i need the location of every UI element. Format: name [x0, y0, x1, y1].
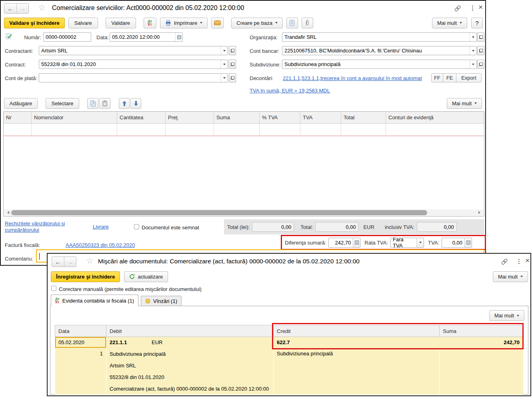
- cont-bancar-input[interactable]: 22510067510, BC'Moldindconbank'S.A. fil.…: [282, 46, 477, 55]
- corectare-manuala-checkbox[interactable]: [51, 286, 56, 291]
- debit-currency-cell[interactable]: EUR: [148, 337, 182, 348]
- column-header-debit[interactable]: Debit: [106, 325, 274, 337]
- scrollbar-thumb[interactable]: [11, 210, 427, 215]
- more-button[interactable]: Mai mult: [493, 271, 528, 282]
- help-button[interactable]: ?: [471, 18, 483, 28]
- paste-row-button[interactable]: [99, 98, 110, 109]
- debit-analytics-cell[interactable]: Artsim SRL: [106, 360, 274, 371]
- tva-input[interactable]: 0,00: [442, 238, 472, 248]
- forward-button[interactable]: →: [64, 257, 76, 267]
- related-documents-button[interactable]: [286, 18, 298, 28]
- forward-button[interactable]: →: [16, 4, 28, 13]
- organizatia-input[interactable]: Trandafir SRL: [282, 32, 477, 42]
- column-header-credit[interactable]: Credit: [274, 325, 440, 337]
- debit-analytics-cell[interactable]: 55232/8 din 01.01.2020: [106, 371, 274, 383]
- column-header-cantitatea[interactable]: Cantitatea: [117, 112, 166, 123]
- move-down-button[interactable]: [130, 98, 141, 109]
- subdiviziune-input[interactable]: Subdiviziunea principală: [282, 60, 477, 69]
- chevron-down-icon[interactable]: [221, 60, 228, 68]
- posting-row[interactable]: 05.02.2020 221.1.1 EUR 622.7 242,70: [55, 337, 523, 348]
- cont-plata-open-button[interactable]: [229, 73, 236, 82]
- data-input[interactable]: 05.02.2020 12:00:00: [110, 32, 183, 42]
- livrare-link[interactable]: Livrare: [93, 224, 109, 230]
- analytics-row[interactable]: 1 Subdiviziunea principală Subdiviziunea…: [55, 348, 523, 360]
- close-icon[interactable]: ×: [478, 4, 483, 10]
- column-header-nr[interactable]: Nr: [4, 112, 32, 123]
- credit-account-cell[interactable]: 622.7: [274, 337, 348, 348]
- empty-row[interactable]: [4, 124, 484, 135]
- close-icon[interactable]: ×: [525, 257, 530, 264]
- save-button[interactable]: Salvare: [68, 18, 98, 28]
- move-up-button[interactable]: [119, 98, 130, 109]
- calculator-icon[interactable]: [353, 238, 360, 247]
- back-button[interactable]: ←: [4, 4, 16, 13]
- suma-empty-cell[interactable]: [440, 348, 523, 395]
- debit-analytics-cell[interactable]: Comercializare (act, factură) 0000-00000…: [106, 383, 274, 395]
- send-email-button[interactable]: [211, 18, 224, 28]
- column-header-pret[interactable]: Preţ: [166, 112, 214, 123]
- select-rows-button[interactable]: Selectare: [46, 98, 79, 109]
- column-header-nomenclator[interactable]: Nomenclator: [32, 112, 117, 123]
- credit-empty-cell[interactable]: [387, 337, 440, 348]
- rechizite-link[interactable]: Rechizitele vânzătorului si cumpărătorul…: [5, 221, 72, 233]
- tva-suma-link[interactable]: TVA în sumă, EUR = 19,2563 MDL: [250, 88, 330, 94]
- rata-tva-select[interactable]: Fara TVA: [390, 238, 424, 248]
- column-header-conturi[interactable]: Conturi de evidenţă: [386, 112, 484, 123]
- copy-row-button[interactable]: [87, 98, 98, 109]
- debit-empty-cell[interactable]: [182, 337, 274, 348]
- register-and-close-button[interactable]: Înregistrare şi închidere: [51, 271, 120, 282]
- scroll-right-icon[interactable]: [478, 211, 480, 214]
- cont-plata-input[interactable]: [39, 73, 228, 82]
- validate-button[interactable]: Validare: [106, 18, 136, 28]
- calculator-icon[interactable]: [464, 238, 472, 247]
- chevron-down-icon[interactable]: [416, 238, 424, 247]
- tab-evidenta-contabila[interactable]: ДтКт Evidenta contabila si fiscala (1): [51, 295, 138, 306]
- credit-analytics-cell[interactable]: Subdiviziunea principală: [274, 348, 440, 395]
- kebab-menu-icon[interactable]: ⋮: [516, 258, 522, 265]
- panel-more-button[interactable]: Mai mult: [489, 310, 524, 321]
- document-semnat-checkbox[interactable]: [134, 224, 139, 229]
- chevron-down-icon[interactable]: [470, 60, 476, 68]
- credit-empty-cell[interactable]: [348, 337, 387, 348]
- favorite-star-icon[interactable]: ☆: [38, 4, 46, 12]
- chevron-down-icon[interactable]: [221, 74, 228, 82]
- column-header-suma[interactable]: Suma: [214, 112, 260, 123]
- organizatia-open-button[interactable]: [477, 32, 484, 42]
- contract-open-button[interactable]: [229, 60, 236, 69]
- dt-kt-postings-button[interactable]: ДтКт: [144, 18, 156, 28]
- create-based-on-button[interactable]: Creare pe baza: [231, 18, 283, 28]
- export-button[interactable]: Export: [456, 73, 482, 82]
- more-button[interactable]: Mai mult: [432, 18, 467, 28]
- chevron-down-icon[interactable]: [470, 33, 476, 41]
- decontari-link[interactable]: 221.1.1,523.1.1,trecerea în cont a avans…: [283, 75, 422, 81]
- calendar-icon[interactable]: [175, 33, 182, 41]
- back-button[interactable]: ←: [52, 257, 64, 267]
- items-more-button[interactable]: Mai mult: [447, 98, 482, 109]
- add-row-button[interactable]: Adăugare: [4, 98, 38, 109]
- posting-date-cell[interactable]: 05.02.2020: [55, 337, 106, 348]
- chevron-down-icon[interactable]: [470, 46, 476, 55]
- ff-button[interactable]: FF: [431, 73, 443, 82]
- subdiviziune-open-button[interactable]: [477, 60, 484, 69]
- favorite-star-icon[interactable]: ☆: [86, 257, 94, 265]
- copy-link-icon[interactable]: [454, 5, 461, 12]
- posting-number-cell[interactable]: 1: [55, 348, 106, 395]
- column-header-suma[interactable]: Suma: [440, 325, 523, 337]
- contractant-open-button[interactable]: [229, 46, 236, 55]
- column-header-procent-tva[interactable]: % TVA: [260, 112, 300, 123]
- numar-input[interactable]: 0000-000002: [43, 32, 91, 42]
- copy-link-icon[interactable]: [501, 259, 508, 265]
- attachments-button[interactable]: [302, 18, 313, 28]
- column-header-tva[interactable]: TVA: [300, 112, 341, 123]
- contract-input[interactable]: 55232/8 din 01.01.2020: [39, 60, 228, 69]
- print-button[interactable]: Imprimare: [160, 18, 208, 28]
- debit-analytics-cell[interactable]: Subdiviziunea principală: [106, 348, 274, 360]
- debit-account-cell[interactable]: 221.1.1: [106, 337, 148, 348]
- chevron-down-icon[interactable]: [221, 46, 228, 55]
- horizontal-scrollbar[interactable]: [4, 209, 484, 216]
- refresh-button[interactable]: actualizare: [124, 271, 168, 282]
- factura-fiscala-link[interactable]: AAA50250323 din 05.02.2020: [66, 242, 135, 248]
- diferenta-input[interactable]: 242,70: [328, 238, 360, 248]
- kebab-menu-icon[interactable]: ⋮: [470, 4, 476, 12]
- contractant-input[interactable]: Artsim SRL: [39, 46, 228, 55]
